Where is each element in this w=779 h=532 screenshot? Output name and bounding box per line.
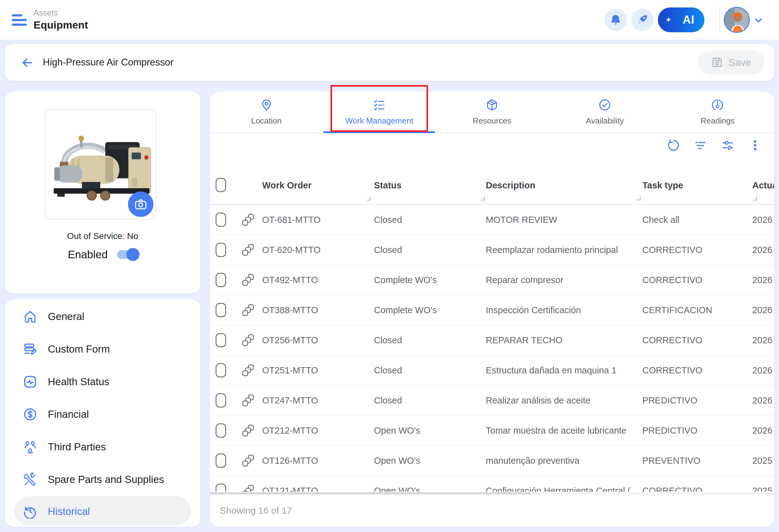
- work-order-id[interactable]: OT212-MTTO: [262, 425, 318, 436]
- refresh-button[interactable]: [667, 139, 679, 152]
- horizontal-scrollbar[interactable]: [210, 492, 774, 494]
- column-resize-handle[interactable]: [753, 196, 757, 201]
- sidebar-item-third-parties[interactable]: Third Parties: [5, 433, 200, 462]
- work-order-id[interactable]: OT251-MTTO: [262, 365, 318, 376]
- row-checkbox[interactable]: [216, 273, 226, 287]
- asset-title: High-Pressure Air Compressor: [43, 57, 173, 68]
- actual-date-cell: 2025: [752, 456, 773, 466]
- column-resize-handle[interactable]: [637, 196, 641, 201]
- sidebar-item-historical[interactable]: Historical: [5, 497, 200, 526]
- more-options-button[interactable]: [748, 139, 762, 152]
- whats-new-button[interactable]: [631, 9, 654, 31]
- linked-work-orders-icon[interactable]: [242, 364, 255, 377]
- sidebar-item-label: General: [48, 311, 84, 323]
- tab-resources[interactable]: Resources: [435, 91, 548, 133]
- linked-work-orders-icon[interactable]: [242, 394, 255, 407]
- linked-work-orders-icon[interactable]: [242, 304, 255, 317]
- work-order-id[interactable]: OT247-MTTO: [262, 395, 318, 406]
- work-order-id[interactable]: OT-620-MTTO: [262, 245, 320, 255]
- row-checkbox[interactable]: [216, 454, 226, 468]
- column-resize-handle[interactable]: [481, 196, 485, 201]
- row-checkbox[interactable]: [216, 483, 226, 492]
- ai-assistant-button[interactable]: ✦ AI: [658, 7, 705, 32]
- column-header-task-type[interactable]: Task type: [642, 180, 683, 191]
- description-cell: Estructura dañada en maquina 1: [486, 365, 616, 376]
- back-button[interactable]: [21, 57, 34, 69]
- user-avatar[interactable]: [724, 7, 750, 33]
- table-row[interactable]: OT251-MTTO Closed Estructura dañada en m…: [210, 355, 774, 386]
- column-header-actual[interactable]: Actual: [752, 180, 774, 191]
- package-icon: [485, 98, 498, 112]
- actual-date-cell: 2026: [752, 275, 773, 285]
- table-row[interactable]: OT256-MTTO Closed REPARAR TECHO CORRECTI…: [210, 325, 774, 355]
- sidebar-item-financial[interactable]: Financial: [5, 400, 200, 429]
- table-row[interactable]: OT-620-MTTO Closed Reemplazar rodamiento…: [210, 235, 774, 265]
- bell-icon: [609, 14, 622, 26]
- row-checkbox[interactable]: [216, 243, 226, 257]
- work-order-id[interactable]: OT256-MTTO: [262, 335, 318, 345]
- sparkle-icon: ✦: [665, 15, 671, 24]
- header-divider: [719, 7, 720, 32]
- linked-work-orders-icon[interactable]: [242, 243, 255, 256]
- linked-work-orders-icon[interactable]: [242, 454, 255, 467]
- column-settings-button[interactable]: [721, 139, 734, 152]
- description-cell: REPARAR TECHO: [486, 335, 562, 345]
- check-circle-icon: [598, 98, 611, 112]
- tab-availability[interactable]: Availability: [548, 91, 661, 133]
- tab-readings[interactable]: Readings: [661, 91, 774, 133]
- linked-work-orders-icon[interactable]: [242, 273, 255, 286]
- work-order-id[interactable]: OT492-MTTO: [262, 275, 318, 285]
- work-order-id[interactable]: OT121-MTTO: [262, 486, 318, 492]
- table-row[interactable]: OT388-MTTO Complete WO's Inspección Cert…: [210, 295, 774, 325]
- row-checkbox[interactable]: [216, 333, 226, 347]
- hamburger-menu-icon[interactable]: [12, 14, 27, 26]
- row-checkbox[interactable]: [216, 393, 226, 407]
- asset-sections-nav: General Custom Form Health Status Financ…: [5, 300, 200, 527]
- row-checkbox[interactable]: [216, 303, 226, 317]
- column-header-description[interactable]: Description: [486, 180, 536, 191]
- notifications-button[interactable]: [604, 9, 627, 31]
- scrollbar-thumb[interactable]: [210, 492, 531, 494]
- table-row[interactable]: OT212-MTTO Open WO's Tomar muestra de ac…: [210, 416, 774, 446]
- table-row[interactable]: OT126-MTTO Open WO's manutenção preventi…: [210, 446, 774, 476]
- out-of-service-status: Out of Service: No: [5, 231, 200, 241]
- work-order-id[interactable]: OT388-MTTO: [262, 305, 318, 315]
- sidebar-item-custom-form[interactable]: Custom Form: [5, 335, 200, 364]
- row-checkbox[interactable]: [216, 213, 226, 227]
- table-row[interactable]: OT492-MTTO Complete WO's Reparar compres…: [210, 265, 774, 295]
- linked-work-orders-icon[interactable]: [242, 424, 255, 437]
- tab-work-management[interactable]: Work Management: [323, 91, 435, 133]
- select-all-checkbox[interactable]: [216, 178, 226, 192]
- description-cell: Reparar compresor: [486, 275, 563, 285]
- table-row[interactable]: OT247-MTTO Closed Realizar análisis de a…: [210, 386, 774, 416]
- table-toolbar: [667, 139, 762, 152]
- column-header-work-order[interactable]: Work Order: [262, 180, 311, 191]
- table-row[interactable]: OT-681-MTTO Closed MOTOR REVIEW Check al…: [210, 205, 774, 235]
- work-order-id[interactable]: OT-681-MTTO: [262, 215, 320, 225]
- status-cell: Closed: [374, 245, 402, 255]
- tab-label: Resources: [473, 116, 511, 126]
- task-type-cell: CORRECTIVO: [642, 335, 702, 345]
- change-photo-button[interactable]: [128, 192, 154, 217]
- linked-work-orders-icon[interactable]: [242, 484, 255, 492]
- tab-label: Work Management: [345, 116, 413, 126]
- work-order-id[interactable]: OT126-MTTO: [262, 456, 318, 466]
- linked-work-orders-icon[interactable]: [242, 334, 255, 347]
- account-menu-chevron[interactable]: [753, 15, 764, 26]
- column-resize-handle[interactable]: [367, 196, 371, 201]
- column-header-status[interactable]: Status: [374, 180, 402, 191]
- sidebar-item-label: Third Parties: [48, 441, 106, 453]
- task-type-cell: CERTIFICACION: [642, 305, 712, 315]
- sidebar-item-general[interactable]: General: [5, 302, 200, 331]
- linked-work-orders-icon[interactable]: [242, 213, 255, 226]
- enabled-toggle[interactable]: [117, 250, 137, 259]
- table-row[interactable]: OT121-MTTO Open WO's Configuración Herra…: [210, 476, 774, 492]
- sidebar-item-health-status[interactable]: Health Status: [5, 367, 200, 396]
- filter-button[interactable]: [694, 139, 707, 152]
- save-button[interactable]: Save: [698, 50, 764, 74]
- row-checkbox[interactable]: [216, 363, 226, 378]
- sidebar-item-spare-parts[interactable]: Spare Parts and Supplies: [5, 465, 200, 494]
- row-checkbox[interactable]: [216, 423, 226, 438]
- tab-location[interactable]: Location: [210, 91, 323, 133]
- sliders-icon: [721, 139, 734, 152]
